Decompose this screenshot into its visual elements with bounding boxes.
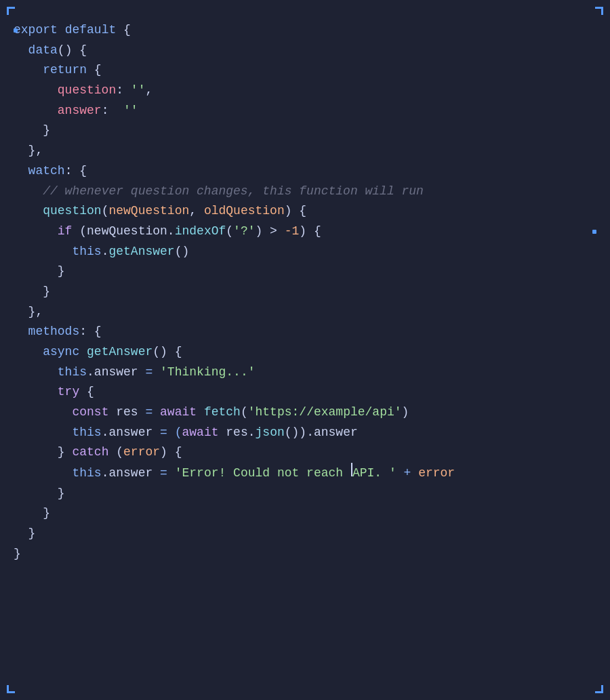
code-token: this [58,363,87,383]
code-token [197,403,204,423]
code-token: } [58,262,65,282]
code-token: + [396,464,418,484]
code-token: { [87,60,102,81]
code-token: res [116,403,138,423]
code-indent [14,464,72,484]
code-indent [14,484,58,504]
code-token: : { [79,322,101,342]
code-token: error [123,442,160,463]
code-token: '?' [233,222,255,242]
code-token: . [102,242,109,262]
code-token: ) [402,403,409,423]
code-indent [14,503,43,524]
code-token: API. ' [352,464,396,484]
code-line: methods: { [14,322,596,342]
code-token: -1 [285,222,300,242]
code-line: async getAnswer() { [14,342,596,363]
code-indent [14,423,72,443]
code-token: } [43,282,50,302]
code-token: 'Error! Could not reach [175,464,350,484]
code-token [219,423,226,443]
code-line: } [14,262,596,282]
code-token: async [43,342,79,363]
code-token: const [72,403,108,423]
code-token: newQuestion [87,222,167,242]
code-token: question [58,81,116,101]
code-indent [14,302,28,323]
code-token: . [248,423,256,443]
code-indent [14,121,43,141]
code-token: newQuestion [108,201,189,222]
code-token: } [14,544,21,564]
code-indent [14,41,28,61]
code-token: ( [108,442,123,463]
code-token: getAnswer [108,242,174,262]
code-token: = ( [152,423,182,443]
code-indent [14,222,58,242]
code-line: data() { [14,41,596,61]
code-token: res [226,423,247,443]
code-indent [14,403,72,423]
code-line: } [14,282,596,302]
code-indent [14,60,43,81]
code-token: getAnswer [87,342,152,363]
code-line: return { [14,60,596,81]
code-token: } [43,121,50,141]
code-token: json [256,423,285,443]
code-line: watch: { [14,161,596,182]
code-token: answer [94,363,138,383]
code-token: ) > [256,222,285,242]
code-line: this.answer = 'Thinking...' [14,363,596,383]
code-line: } [14,524,596,544]
code-token: ( [226,222,233,242]
edge-indicator-left [14,28,18,33]
code-line: this.answer = 'Error! Could not reach AP… [14,463,596,483]
code-line: answer: '' [14,101,596,121]
code-token: await [182,423,218,443]
code-indent [14,442,58,463]
code-token: answer [58,101,102,121]
code-token: } [58,442,73,463]
code-line: this.answer = (await res.json()).answer [14,423,596,443]
code-token: }, [28,141,43,161]
code-indent [14,101,58,121]
code-token: , [189,201,204,222]
code-token: if [58,222,73,242]
code-token: return [43,60,87,81]
corner-bracket-br [595,685,603,693]
code-token: . [102,464,109,484]
code-line: }, [14,141,596,161]
code-token: watch [28,161,65,182]
code-token: answer [108,464,152,484]
code-token: } [28,524,36,544]
code-indent [14,161,28,182]
code-indent [14,182,43,202]
code-token: indexOf [175,222,226,242]
code-line: } catch (error) { [14,442,596,463]
code-line: } [14,544,596,564]
code-token: , [145,81,152,101]
code-token: : [102,101,123,121]
code-indent [14,262,58,282]
code-indent [14,201,43,222]
code-token: '' [123,101,138,121]
code-token: this [72,242,101,262]
code-token: await [160,403,197,423]
code-token: methods [28,322,80,342]
code-token: ) { [285,201,306,222]
code-line: question: '', [14,81,596,101]
code-indent [14,141,28,161]
code-token: default [65,20,117,41]
code-indent [14,81,58,101]
code-token: try [58,382,79,403]
code-token: : [116,81,131,101]
code-token: this [72,464,101,484]
code-token: '' [131,81,146,101]
code-indent [14,242,72,262]
code-line: if (newQuestion.indexOf('?') > -1) { [14,222,596,242]
code-line: } [14,121,596,141]
code-token: () { [152,342,182,363]
code-indent [14,282,43,302]
code-indent [14,382,58,403]
code-indent [14,342,43,363]
